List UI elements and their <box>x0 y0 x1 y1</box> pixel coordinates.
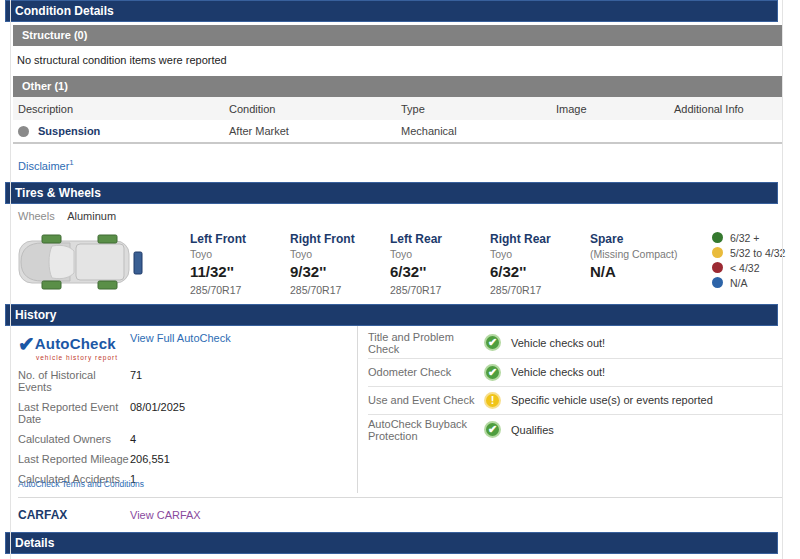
subsection-header-other[interactable]: Other (1) <box>13 76 782 97</box>
subsection-header-structure[interactable]: Structure (0) <box>13 25 782 46</box>
tire-card-left-front: Left Front Toyo 11/32'' 285/70R17 <box>190 226 290 296</box>
disclaimer-footnote-marker: 1 <box>69 158 73 167</box>
condition-item-link[interactable]: Suspension <box>38 125 100 137</box>
wheels-value: Aluminum <box>67 210 116 222</box>
check-row-buyback: AutoCheck Buyback Protection ✔ Qualifies <box>368 415 782 445</box>
check-row-use-event: Use and Event Check ! Specific vehicle u… <box>368 387 782 415</box>
section-header-tires-wheels[interactable]: Tires & Wheels <box>5 182 778 204</box>
check-row-odometer: Odometer Check ✔ Vehicle checks out! <box>368 359 782 387</box>
condition-items-table: Description Condition Type Image Additio… <box>13 97 782 144</box>
check-ok-icon: ✔ <box>484 364 501 381</box>
vehicle-top-view-diagram <box>18 226 190 296</box>
col-header-condition: Condition <box>229 103 401 115</box>
autocheck-logo: ✔AutoCheck vehicle history report <box>18 332 130 361</box>
legend-red-dot-icon <box>712 262 723 273</box>
view-full-autocheck-link[interactable]: View Full AutoCheck <box>130 332 231 344</box>
tires-panel: Left Front Toyo 11/32'' 285/70R17 Right … <box>18 226 791 296</box>
col-header-description: Description <box>18 103 229 115</box>
disclaimer-link[interactable]: Disclaimer1 <box>18 160 74 172</box>
legend-green-dot-icon <box>712 232 723 243</box>
stat-row: Last Reported Event Date 08/01/2025 <box>18 401 357 425</box>
tire-card-spare: Spare (Missing Compact) N/A <box>590 226 712 296</box>
tire-card-right-front: Right Front Toyo 9/32'' 285/70R17 <box>290 226 390 296</box>
section-header-condition-details[interactable]: Condition Details <box>5 0 778 22</box>
spare-tire-marker <box>134 252 142 274</box>
check-warning-icon: ! <box>484 392 501 409</box>
carfax-label: CARFAX <box>18 508 130 522</box>
section-header-history[interactable]: History <box>5 304 778 326</box>
col-header-type: Type <box>401 103 556 115</box>
condition-item-dot-icon <box>18 126 29 137</box>
check-ok-icon: ✔ <box>484 421 501 438</box>
condition-cell: After Market <box>229 125 401 137</box>
autocheck-terms-link[interactable]: AutoCheck Terms and Conditions <box>18 479 357 489</box>
vehicle-report-page: Condition Details Structure (0) No struc… <box>5 0 791 559</box>
autocheck-check-icon: ✔ <box>18 333 35 355</box>
table-row: Suspension After Market Mechanical <box>13 120 782 144</box>
col-header-additional-info: Additional Info <box>674 103 782 115</box>
type-cell: Mechanical <box>401 125 556 137</box>
legend-yellow-dot-icon <box>712 247 723 258</box>
check-ok-icon: ✔ <box>484 334 501 351</box>
autocheck-tagline: vehicle history report <box>36 354 130 361</box>
wheels-label: Wheels <box>18 210 55 222</box>
stat-row: No. of Historical Events 71 <box>18 369 357 393</box>
section-header-details[interactable]: Details <box>5 532 778 554</box>
view-carfax-link[interactable]: View CARFAX <box>130 509 201 521</box>
col-header-image: Image <box>556 103 674 115</box>
stat-row: Calculated Owners 4 <box>18 433 357 445</box>
history-panel: ✔AutoCheck vehicle history report View F… <box>18 326 782 498</box>
check-row-title-problem: Title and Problem Check ✔ Vehicle checks… <box>368 328 782 359</box>
tire-card-left-rear: Left Rear Toyo 6/32'' 285/70R17 <box>390 226 490 296</box>
tread-depth-legend: 6/32 + 5/32 to 4/32 < 4/32 N/A <box>712 226 785 296</box>
legend-blue-dot-icon <box>712 277 723 288</box>
structure-empty-message: No structural condition items were repor… <box>13 46 782 76</box>
stat-row: Last Reported Mileage 206,551 <box>18 453 357 465</box>
tire-card-right-rear: Right Rear Toyo 6/32'' 285/70R17 <box>490 226 590 296</box>
condition-table-header-row: Description Condition Type Image Additio… <box>13 97 782 120</box>
